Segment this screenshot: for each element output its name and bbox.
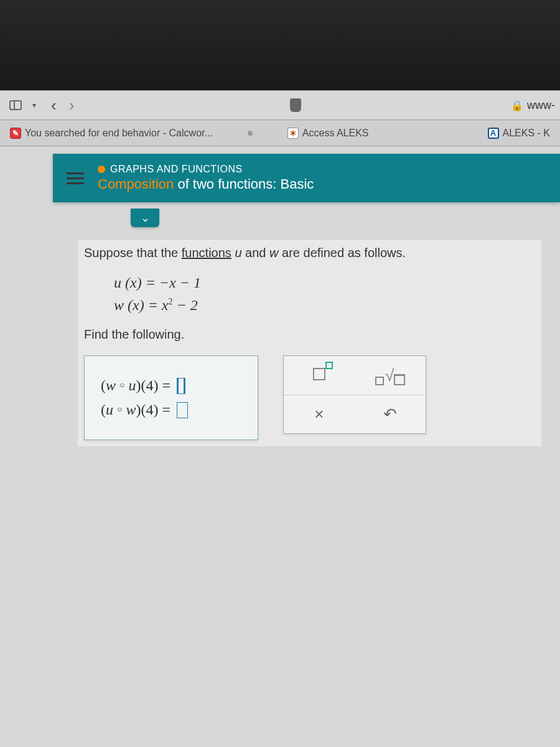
privacy-shield-icon[interactable] bbox=[290, 98, 301, 112]
category-dot-icon bbox=[98, 166, 105, 173]
back-button[interactable]: ‹ bbox=[45, 96, 63, 115]
tab-calcworkshop[interactable]: ✎ You searched for end behavior - Calcwo… bbox=[4, 125, 219, 141]
answer-u-of-w: (u ○ w)(4) = bbox=[101, 402, 241, 418]
tab-favicon-calcworkshop: ✎ bbox=[10, 128, 21, 139]
answer-box: (w ○ u)(4) = (u ○ w)(4) = bbox=[84, 355, 258, 440]
sidebar-toggle-icon[interactable] bbox=[5, 95, 26, 116]
equation-u: u (x) = −x − 1 bbox=[114, 271, 535, 294]
tab-aleks-active[interactable]: A ALEKS - K bbox=[482, 125, 556, 141]
lock-icon: 🔒 bbox=[511, 100, 523, 111]
forward-button: › bbox=[63, 96, 81, 115]
device-bezel-top bbox=[0, 0, 560, 90]
tool-undo[interactable]: ↶ bbox=[355, 395, 426, 433]
tab-favicon-mcgraw: ✶ bbox=[287, 128, 299, 139]
given-equations: u (x) = −x − 1 w (x) = x2 − 2 bbox=[114, 271, 535, 316]
input-w-of-u[interactable] bbox=[177, 378, 185, 394]
instruction-find: Find the following. bbox=[84, 327, 535, 342]
tab-label: Access ALEKS bbox=[302, 128, 369, 139]
tab-favicon-aleks: A bbox=[488, 128, 499, 139]
input-u-of-w[interactable] bbox=[177, 402, 188, 418]
browser-toolbar: ▾ ‹ › 🔒 www- bbox=[0, 90, 560, 120]
expand-chevron-down-icon[interactable]: ⌄ bbox=[131, 209, 159, 227]
glossary-link-functions[interactable]: functions bbox=[182, 246, 231, 260]
tool-sqrt[interactable]: √ bbox=[355, 356, 426, 395]
problem-area: Suppose that the functions u and w are d… bbox=[78, 240, 541, 446]
tab-bar: ✎ You searched for end behavior - Calcwo… bbox=[0, 120, 560, 146]
menu-icon[interactable] bbox=[67, 172, 84, 184]
toolbar-dropdown-icon[interactable]: ▾ bbox=[24, 95, 45, 116]
answer-w-of-u: (w ○ u)(4) = bbox=[101, 377, 241, 394]
tab-access-aleks[interactable]: ✶ Access ALEKS bbox=[281, 125, 375, 141]
problem-intro: Suppose that the functions u and w are d… bbox=[84, 246, 535, 260]
math-tool-panel: √ × ↶ bbox=[283, 355, 426, 434]
address-summary[interactable]: 🔒 www- bbox=[511, 99, 555, 112]
page-content: GRAPHS AND FUNCTIONS Composition of two … bbox=[0, 146, 560, 747]
tab-separator bbox=[248, 131, 253, 136]
lesson-header: GRAPHS AND FUNCTIONS Composition of two … bbox=[53, 154, 560, 202]
equation-w: w (x) = x2 − 2 bbox=[114, 294, 535, 316]
tab-label: You searched for end behavior - Calcwor.… bbox=[25, 128, 213, 139]
lesson-title: Composition of two functions: Basic bbox=[98, 176, 314, 192]
tab-label: ALEKS - K bbox=[503, 128, 550, 139]
url-text: www- bbox=[527, 99, 555, 112]
tool-clear[interactable]: × bbox=[284, 395, 355, 433]
lesson-category: GRAPHS AND FUNCTIONS bbox=[98, 164, 314, 175]
tool-exponent[interactable] bbox=[284, 356, 355, 395]
